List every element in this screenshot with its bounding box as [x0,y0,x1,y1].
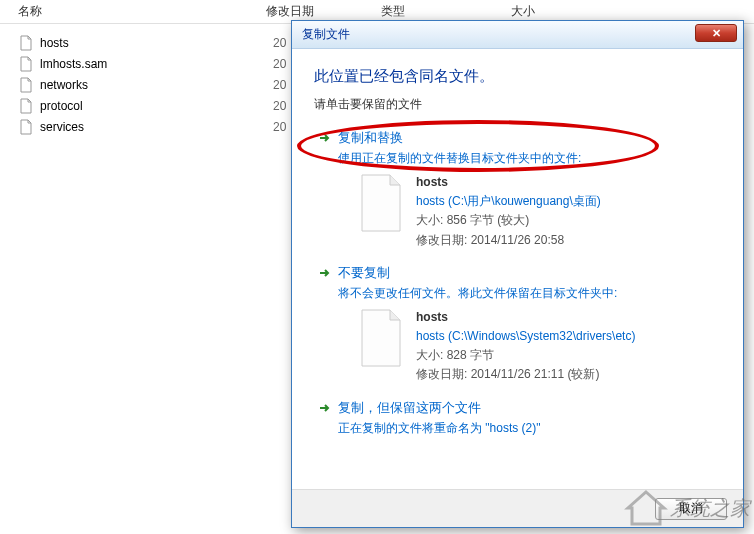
dialog-title: 复制文件 [298,26,350,43]
src-path: hosts (C:\用户\kouwenguang\桌面) [416,192,601,211]
dialog-body: 此位置已经包含同名文件。 请单击要保留的文件 复制和替换 使用正在复制的文件替换… [292,49,743,489]
file-icon [18,119,34,135]
watermark: 系统之家 [624,488,750,528]
option-title: 不要复制 [338,264,390,282]
option-title: 复制和替换 [338,129,403,147]
watermark-text: 系统之家 [670,495,750,522]
document-icon [356,173,406,233]
src-filename: hosts [416,173,601,192]
file-icon [18,77,34,93]
document-icon [356,308,406,368]
file-date: 20 [273,78,286,92]
file-icon [18,98,34,114]
dst-mdate: 修改日期: 2014/11/26 21:11 (较新) [416,365,635,384]
column-size[interactable]: 大小 [511,3,611,20]
column-date[interactable]: 修改日期 [266,3,381,20]
file-name: hosts [40,36,69,50]
option-copy-replace[interactable]: 复制和替换 使用正在复制的文件替换目标文件夹中的文件: hosts hosts … [314,129,721,250]
arrow-right-icon [318,131,332,145]
copy-file-dialog: 复制文件 ✕ 此位置已经包含同名文件。 请单击要保留的文件 复制和替换 使用正在… [291,20,744,528]
file-date: 20 [273,36,286,50]
column-name[interactable]: 名称 [0,3,266,20]
arrow-right-icon [318,401,332,415]
option-keep-both[interactable]: 复制，但保留这两个文件 正在复制的文件将重命名为 "hosts (2)" [314,399,721,437]
dialog-subtext: 请单击要保留的文件 [314,96,721,113]
file-icon [18,35,34,51]
option-desc: 正在复制的文件将重命名为 "hosts (2)" [338,420,721,437]
dst-filename: hosts [416,308,635,327]
close-button[interactable]: ✕ [695,24,737,42]
arrow-right-icon [318,266,332,280]
file-name: services [40,120,84,134]
house-icon [624,488,668,528]
dst-path: hosts (C:\Windows\System32\drivers\etc) [416,327,635,346]
close-icon: ✕ [712,27,721,40]
dialog-heading: 此位置已经包含同名文件。 [314,67,721,86]
option-desc: 将不会更改任何文件。将此文件保留在目标文件夹中: [338,285,721,302]
src-size: 大小: 856 字节 (较大) [416,211,601,230]
file-name: protocol [40,99,83,113]
option-title: 复制，但保留这两个文件 [338,399,481,417]
file-icon [18,56,34,72]
option-desc: 使用正在复制的文件替换目标文件夹中的文件: [338,150,721,167]
file-date: 20 [273,120,286,134]
src-mdate: 修改日期: 2014/11/26 20:58 [416,231,601,250]
file-name: networks [40,78,88,92]
column-type[interactable]: 类型 [381,3,511,20]
file-date: 20 [273,57,286,71]
dialog-titlebar[interactable]: 复制文件 ✕ [292,21,743,49]
file-name: lmhosts.sam [40,57,107,71]
option-dont-copy[interactable]: 不要复制 将不会更改任何文件。将此文件保留在目标文件夹中: hosts host… [314,264,721,385]
file-date: 20 [273,99,286,113]
dst-size: 大小: 828 字节 [416,346,635,365]
